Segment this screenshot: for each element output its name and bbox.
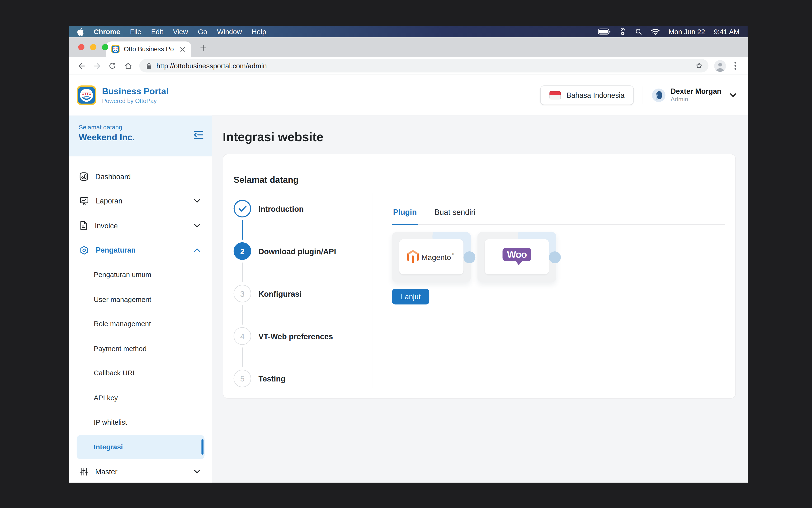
menu-file[interactable]: File (130, 28, 141, 36)
language-label: Bahasa Indonesia (566, 91, 625, 99)
site-header: OTTOPAY Business Portal Powered by OttoP… (69, 75, 747, 115)
step-circle: 4 (233, 327, 251, 345)
user-menu[interactable]: Dexter Morgan Admin (652, 87, 736, 103)
spotlight-icon[interactable] (635, 28, 642, 35)
sidebar-subitem-label: Callback URL (94, 369, 136, 377)
plugin-tabs: PluginBuat sendiri (392, 208, 725, 225)
sidebar-subitem-api-key[interactable]: API key (77, 385, 205, 410)
sidebar-subitem-ip-whitelist[interactable]: IP whitelist (77, 410, 205, 435)
menubar-date[interactable]: Mon Jun 22 (669, 28, 705, 36)
lock-icon (146, 62, 152, 69)
step-download-plugin-api[interactable]: 2Download plugin/API (233, 242, 372, 261)
chevron-down-icon (194, 224, 200, 228)
forward-button[interactable] (89, 58, 104, 73)
page-title: Integrasi website (223, 130, 736, 144)
sidebar-subitem-user-management[interactable]: User management (77, 287, 205, 312)
menubar-status: Mon Jun 22 9:41 AM (598, 28, 739, 36)
plugin-pane: PluginBuat sendiri Magento®Woo Lanjut (372, 154, 735, 398)
fullscreen-window-button[interactable] (102, 44, 108, 50)
woocommerce-logo: Woo (502, 248, 532, 266)
new-tab-button[interactable] (196, 41, 210, 54)
chevron-up-icon (194, 248, 200, 252)
avatar (652, 88, 666, 102)
plugin-card-magento[interactable]: Magento® (392, 232, 471, 282)
home-button[interactable] (121, 58, 135, 73)
menu-help[interactable]: Help (252, 28, 266, 36)
step-label: Konfigurasi (258, 289, 302, 298)
dashboard-icon (79, 172, 89, 181)
sidebar-item-master[interactable]: Master (69, 459, 212, 482)
reload-button[interactable] (105, 58, 120, 73)
header-divider (643, 86, 643, 104)
sidebar-item-label: Invoice (95, 221, 118, 230)
browser-menu-icon[interactable] (728, 58, 743, 73)
minimize-window-button[interactable] (90, 44, 96, 50)
sidebar-item-pengaturan[interactable]: Pengaturan (69, 238, 212, 262)
menubar-clock[interactable]: 9:41 AM (714, 28, 739, 36)
battery-icon[interactable] (598, 29, 610, 35)
screen: ChromeFileEditViewGoWindowHelp Mon Jun 2… (0, 0, 812, 508)
svg-text:Woo: Woo (507, 249, 527, 260)
status-icons (598, 28, 660, 35)
sidebar-item-dashboard[interactable]: Dashboard (69, 164, 212, 189)
sidebar-subitem-callback-url[interactable]: Callback URL (77, 361, 205, 385)
svg-text:PAY: PAY (115, 49, 117, 50)
sidebar-welcome: Selamat datang Weekend Inc. (69, 115, 212, 156)
step-connector (242, 220, 243, 240)
menu-go[interactable]: Go (198, 28, 207, 36)
step-testing[interactable]: 5Testing (233, 369, 372, 388)
step-connector (242, 305, 243, 325)
step-introduction[interactable]: Introduction (233, 199, 372, 218)
menu-edit[interactable]: Edit (151, 28, 163, 36)
address-bar[interactable]: http://ottobusinessportal.com/admin (139, 59, 709, 73)
sidebar-subitem-integrasi[interactable]: Integrasi (77, 435, 205, 459)
decor-bump (464, 251, 475, 263)
window-controls (78, 44, 108, 50)
browser-tab[interactable]: OTTOPAY Otto Business Portal (106, 41, 191, 57)
sidebar-subitem-label: API key (94, 394, 118, 401)
control-center-icon[interactable] (619, 28, 626, 35)
profile-icon[interactable] (713, 58, 727, 73)
menu-chrome[interactable]: Chrome (94, 28, 120, 36)
macos-menubar: ChromeFileEditViewGoWindowHelp Mon Jun 2… (69, 26, 747, 37)
menu-view[interactable]: View (173, 28, 188, 36)
brand-name: Business Portal (102, 86, 169, 97)
step-label: Testing (258, 374, 285, 383)
tab-buat-sendiri[interactable]: Buat sendiri (433, 208, 476, 224)
sidebar-subitem-role-management[interactable]: Role management (77, 312, 205, 336)
apple-icon[interactable] (77, 28, 84, 36)
sidebar-subitem-payment-method[interactable]: Payment method (77, 336, 205, 361)
step-circle: 5 (233, 370, 251, 387)
welcome-label: Selamat datang (79, 124, 204, 131)
continue-button[interactable]: Lanjut (392, 289, 429, 304)
sidebar-item-label: Dashboard (95, 172, 131, 181)
step-circle: 3 (233, 285, 251, 302)
browser-window: ChromeFileEditViewGoWindowHelp Mon Jun 2… (69, 26, 747, 482)
sidebar-nav: DashboardLaporanInvoicePengaturanPengatu… (69, 157, 212, 482)
step-vt-web-preferences[interactable]: 4VT-Web preferences (233, 327, 372, 345)
brand-logo[interactable]: OTTOPAY Business Portal Powered by OttoP… (77, 85, 169, 105)
sidebar-collapse-icon[interactable] (194, 131, 204, 139)
menu-window[interactable]: Window (217, 28, 242, 36)
invoice-icon (79, 221, 88, 230)
close-window-button[interactable] (78, 44, 84, 50)
sidebar-subitem-pengaturan-umum[interactable]: Pengaturan umum (77, 262, 205, 287)
magento-logo: Magento® (407, 249, 456, 264)
ottopay-favicon: OTTOPAY (111, 45, 120, 53)
language-selector[interactable]: Bahasa Indonesia (540, 85, 634, 105)
sidebar-item-invoice[interactable]: Invoice (69, 213, 212, 238)
tab-close-icon[interactable] (178, 45, 186, 53)
bookmark-star-icon[interactable] (695, 62, 703, 70)
sidebar-subitem-label: User management (94, 296, 151, 303)
tab-plugin[interactable]: Plugin (392, 208, 418, 224)
web-page: OTTOPAY Business Portal Powered by OttoP… (69, 75, 747, 482)
wifi-icon[interactable] (651, 28, 659, 35)
plugin-logo-tile: Woo (485, 239, 549, 274)
step-konfigurasi[interactable]: 3Konfigurasi (233, 284, 372, 303)
sidebar-item-laporan[interactable]: Laporan (69, 189, 212, 213)
indonesia-flag-icon (549, 91, 561, 99)
back-button[interactable] (74, 58, 89, 73)
step-circle: 2 (233, 242, 251, 260)
menubar-apps: ChromeFileEditViewGoWindowHelp (94, 28, 266, 36)
plugin-card-woocommerce[interactable]: Woo (477, 232, 556, 282)
